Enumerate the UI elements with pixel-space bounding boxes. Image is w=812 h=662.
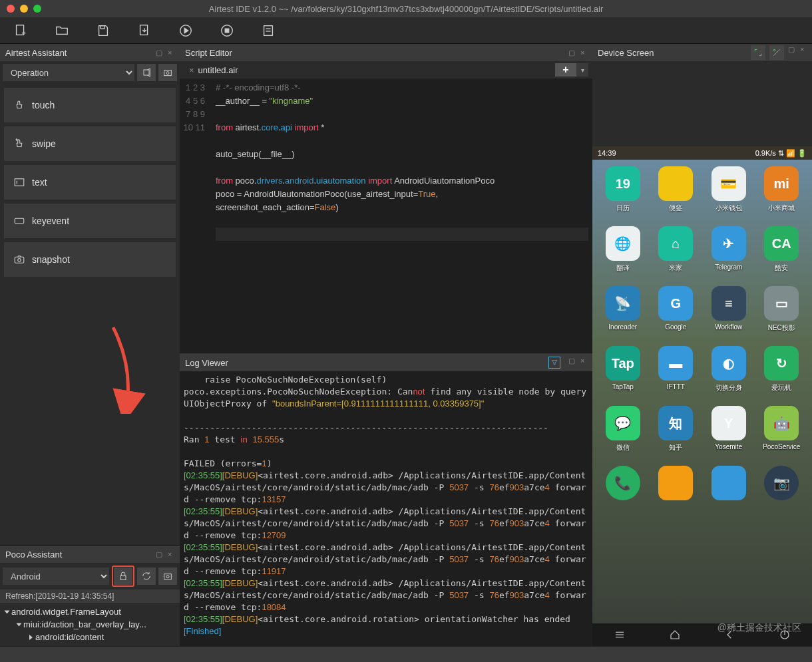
- app-切换分身[interactable]: ◐切换分身: [704, 346, 754, 403]
- svg-marker-27: [552, 361, 557, 365]
- phone-home-icon[interactable]: [669, 629, 681, 641]
- app-dock[interactable]: 📷: [757, 466, 807, 523]
- poco-lock-highlight: [112, 566, 134, 587]
- app-PocoService[interactable]: 🤖PocoService: [757, 406, 807, 463]
- maximize-window-button[interactable]: [33, 5, 41, 13]
- close-window-button[interactable]: [7, 5, 15, 13]
- editor-tab[interactable]: × untitled.air: [184, 65, 244, 75]
- panel-close-icon[interactable]: ×: [580, 49, 588, 57]
- phone-menu-icon[interactable]: [614, 629, 626, 641]
- tree-row[interactable]: android:id/content: [5, 631, 174, 643]
- poco-platform-select[interactable]: Android: [3, 568, 109, 585]
- watermark: @稀土掘金技术社区: [717, 622, 801, 634]
- app-icon: [711, 466, 746, 500]
- poco-lock-button[interactable]: [114, 568, 132, 585]
- script-panel-header: Script Editor ▢×: [180, 44, 592, 61]
- app-Workflow[interactable]: ≡Workflow: [704, 286, 754, 343]
- app-米家[interactable]: ⌂米家: [651, 226, 702, 283]
- app-翻译[interactable]: 🌐翻译: [598, 226, 648, 283]
- app-知乎[interactable]: 知知乎: [651, 406, 702, 463]
- action-text[interactable]: text: [4, 165, 176, 200]
- action-keyevent[interactable]: keyevent: [4, 204, 176, 238]
- panel-close-icon[interactable]: ×: [580, 357, 588, 365]
- poco-refresh-time: Refresh:[2019-01-19 14:35:54]: [0, 589, 180, 603]
- panel-close-icon[interactable]: ×: [168, 550, 176, 558]
- app-小米钱包[interactable]: 💳小米钱包: [704, 166, 754, 224]
- panel-dock-icon[interactable]: ▢: [788, 45, 796, 53]
- action-snapshot[interactable]: snapshot: [4, 242, 176, 277]
- app-便签[interactable]: 便签: [651, 166, 702, 224]
- app-icon: 🤖: [764, 406, 799, 440]
- app-IFTTT[interactable]: ▬IFTTT: [651, 346, 702, 403]
- panel-close-icon[interactable]: ×: [800, 45, 808, 53]
- log-title: Log Viewer: [185, 358, 228, 368]
- report-icon[interactable]: [261, 23, 276, 38]
- log-filter-button[interactable]: [548, 357, 560, 369]
- app-icon: 🌐: [606, 226, 640, 261]
- tree-toggle-icon[interactable]: [17, 623, 22, 626]
- new-tab-button[interactable]: +: [555, 63, 576, 77]
- tree-label: android.widget.FrameLayout: [11, 607, 121, 617]
- action-label: touch: [32, 100, 55, 110]
- device-expand-button[interactable]: [751, 45, 765, 60]
- app-TapTap[interactable]: TapTapTap: [598, 346, 648, 403]
- action-touch[interactable]: touch: [4, 88, 176, 122]
- minimize-window-button[interactable]: [20, 5, 28, 13]
- panel-dock-icon[interactable]: ▢: [156, 49, 164, 57]
- app-label: 小米商城: [768, 204, 795, 213]
- svg-rect-15: [15, 179, 24, 186]
- main-toolbar: [0, 17, 812, 44]
- action-label: snapshot: [32, 254, 70, 265]
- code-editor[interactable]: 1 2 3 4 5 6 7 8 9 10 11 # -*- encoding=u…: [180, 79, 592, 353]
- app-Telegram[interactable]: ✈Telegram: [704, 226, 754, 283]
- play-icon[interactable]: [178, 23, 193, 38]
- export-icon[interactable]: [137, 23, 152, 38]
- device-title: Device Screen: [598, 48, 654, 58]
- panel-dock-icon[interactable]: ▢: [568, 49, 576, 57]
- tree-toggle-icon[interactable]: [5, 610, 10, 613]
- tree-label: android:id/content: [35, 632, 104, 642]
- app-dock[interactable]: [704, 466, 754, 523]
- app-label: 日历: [616, 204, 630, 213]
- app-NEC投影[interactable]: ▭NEC投影: [757, 286, 807, 343]
- app-Inoreader[interactable]: 📡Inoreader: [598, 286, 648, 343]
- svg-rect-17: [15, 218, 24, 224]
- app-小米商城[interactable]: mi小米商城: [757, 166, 807, 224]
- record-button[interactable]: [137, 64, 156, 81]
- app-icon: Y: [711, 406, 746, 440]
- stop-icon[interactable]: [220, 23, 234, 38]
- action-swipe[interactable]: swipe: [4, 126, 176, 161]
- app-爱玩机[interactable]: ↻爱玩机: [757, 346, 807, 403]
- app-酷安[interactable]: CA酷安: [757, 226, 807, 283]
- panel-close-icon[interactable]: ×: [168, 49, 176, 57]
- capture-button[interactable]: [158, 64, 177, 81]
- poco-refresh-button[interactable]: [137, 568, 156, 585]
- app-微信[interactable]: 💬微信: [598, 406, 648, 463]
- open-folder-icon[interactable]: [55, 23, 69, 38]
- app-Google[interactable]: GGoogle: [651, 286, 702, 343]
- app-icon: 📷: [764, 466, 799, 500]
- app-dock[interactable]: [651, 466, 702, 523]
- app-icon: ✈: [711, 226, 746, 261]
- poco-tree[interactable]: android.widget.FrameLayoutmiui:id/action…: [0, 603, 180, 646]
- device-screen[interactable]: 14:39 0.9K/s ⇅ 📶 🔋 19日历便签💳小米钱包mi小米商城🌐翻译⌂…: [592, 146, 812, 646]
- svg-rect-9: [264, 25, 273, 35]
- panel-dock-icon[interactable]: ▢: [156, 550, 164, 558]
- tree-toggle-icon[interactable]: [29, 635, 33, 640]
- new-file-icon[interactable]: [13, 23, 28, 38]
- poco-inspect-button[interactable]: [158, 568, 177, 585]
- app-label: Inoreader: [608, 323, 637, 331]
- panel-dock-icon[interactable]: ▢: [568, 357, 576, 365]
- tree-row[interactable]: miui:id/action_bar_overlay_lay...: [5, 618, 174, 631]
- tree-row[interactable]: android.widget.FrameLayout: [5, 605, 174, 618]
- app-Yosemite[interactable]: YYosemite: [704, 406, 754, 463]
- app-icon: G: [658, 286, 693, 321]
- tab-dropdown-button[interactable]: ▾: [576, 63, 588, 77]
- device-tools-button[interactable]: [769, 45, 784, 60]
- log-output[interactable]: raise PocoNoSuchNodeException(self) poco…: [180, 371, 592, 646]
- app-dock[interactable]: 📞: [598, 466, 648, 523]
- operation-select[interactable]: Operation: [3, 64, 134, 81]
- app-日历[interactable]: 19日历: [598, 166, 648, 224]
- save-icon[interactable]: [96, 23, 110, 38]
- tab-close-icon[interactable]: ×: [189, 65, 194, 75]
